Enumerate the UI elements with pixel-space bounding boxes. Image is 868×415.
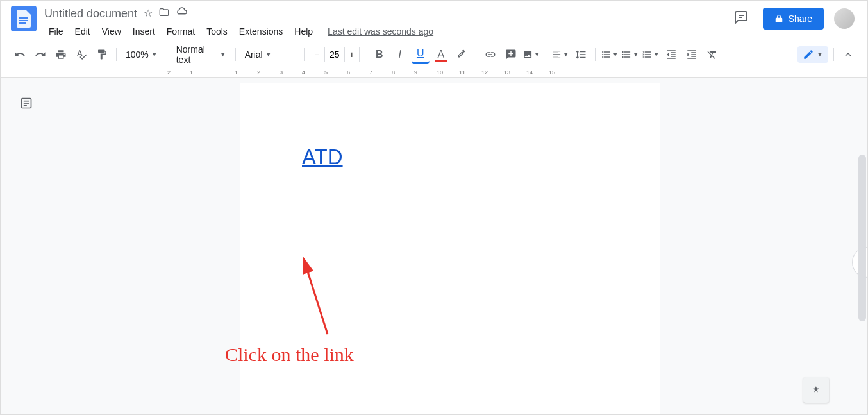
menu-insert[interactable]: Insert bbox=[128, 24, 160, 39]
decrease-indent-button[interactable] bbox=[662, 46, 680, 64]
header: Untitled document ☆ File Edit View Inser… bbox=[1, 1, 867, 42]
highlight-button[interactable] bbox=[453, 46, 471, 64]
document-link[interactable]: ATD bbox=[302, 145, 343, 169]
editing-mode-button[interactable]: ▼ bbox=[797, 46, 828, 63]
svg-rect-1 bbox=[19, 20, 28, 21]
lock-icon bbox=[774, 14, 783, 23]
document-page[interactable]: ATD bbox=[240, 83, 660, 415]
menu-extensions[interactable]: Extensions bbox=[235, 24, 287, 39]
bulleted-list-button[interactable]: ▼ bbox=[621, 46, 639, 64]
docs-logo[interactable] bbox=[11, 6, 37, 31]
bold-button[interactable]: B bbox=[371, 46, 388, 64]
align-button[interactable]: ▼ bbox=[551, 46, 569, 64]
menu-view[interactable]: View bbox=[97, 24, 126, 39]
header-right: Share bbox=[730, 6, 857, 31]
line-spacing-button[interactable] bbox=[572, 46, 590, 64]
add-comment-button[interactable] bbox=[502, 46, 520, 64]
font-select[interactable]: Arial▼ bbox=[241, 47, 299, 62]
insert-image-button[interactable]: ▼ bbox=[522, 46, 540, 64]
svg-rect-0 bbox=[19, 17, 28, 19]
menu-format[interactable]: Format bbox=[162, 24, 199, 39]
style-select[interactable]: Normal text▼ bbox=[172, 42, 230, 67]
menu-tools[interactable]: Tools bbox=[202, 24, 232, 39]
svg-rect-2 bbox=[19, 22, 26, 24]
insert-link-button[interactable] bbox=[481, 46, 499, 64]
last-edit-link[interactable]: Last edit was seconds ago bbox=[328, 26, 433, 37]
redo-button[interactable] bbox=[31, 46, 49, 64]
move-icon[interactable] bbox=[159, 7, 169, 20]
page-area: ATD bbox=[33, 78, 867, 415]
increase-indent-button[interactable] bbox=[683, 46, 701, 64]
menu-file[interactable]: File bbox=[44, 24, 68, 39]
text-color-button[interactable]: A bbox=[432, 46, 450, 64]
star-icon[interactable]: ☆ bbox=[144, 7, 153, 20]
paint-format-button[interactable] bbox=[93, 46, 111, 64]
font-size-input[interactable] bbox=[325, 47, 344, 62]
checklist-button[interactable]: ▼ bbox=[601, 46, 619, 64]
numbered-list-button[interactable]: ▼ bbox=[642, 46, 660, 64]
explore-button[interactable] bbox=[803, 377, 829, 403]
menu-edit[interactable]: Edit bbox=[71, 24, 95, 39]
comments-icon[interactable] bbox=[730, 6, 753, 31]
print-button[interactable] bbox=[52, 46, 70, 64]
workspace: ATD Click on the link bbox=[1, 78, 867, 415]
share-button[interactable]: Share bbox=[763, 8, 824, 30]
collapse-toolbar-button[interactable] bbox=[839, 46, 857, 64]
toolbar: 100%▼ Normal text▼ Arial▼ − + B I U A ▼ … bbox=[1, 42, 867, 67]
horizontal-ruler[interactable]: 2 1 1 2 3 4 5 6 7 8 9 10 11 12 13 14 15 bbox=[1, 67, 867, 78]
menu-help[interactable]: Help bbox=[290, 24, 317, 39]
document-title[interactable]: Untitled document bbox=[44, 7, 137, 21]
share-label: Share bbox=[789, 13, 812, 24]
avatar[interactable] bbox=[834, 8, 855, 29]
title-area: Untitled document ☆ File Edit View Inser… bbox=[44, 6, 730, 39]
underline-button[interactable]: U bbox=[412, 46, 430, 64]
vertical-scrollbar[interactable] bbox=[858, 155, 866, 321]
cloud-icon[interactable] bbox=[176, 7, 187, 20]
font-size-group: − + bbox=[310, 47, 360, 62]
undo-button[interactable] bbox=[11, 46, 29, 64]
italic-button[interactable]: I bbox=[391, 46, 409, 64]
outline-icon[interactable] bbox=[20, 97, 33, 112]
menu-bar: File Edit View Insert Format Tools Exten… bbox=[44, 24, 730, 39]
clear-formatting-button[interactable] bbox=[703, 46, 721, 64]
spellcheck-button[interactable] bbox=[72, 46, 90, 64]
zoom-select[interactable]: 100%▼ bbox=[122, 47, 162, 62]
font-size-increase[interactable]: + bbox=[344, 47, 360, 62]
font-size-decrease[interactable]: − bbox=[310, 47, 325, 62]
